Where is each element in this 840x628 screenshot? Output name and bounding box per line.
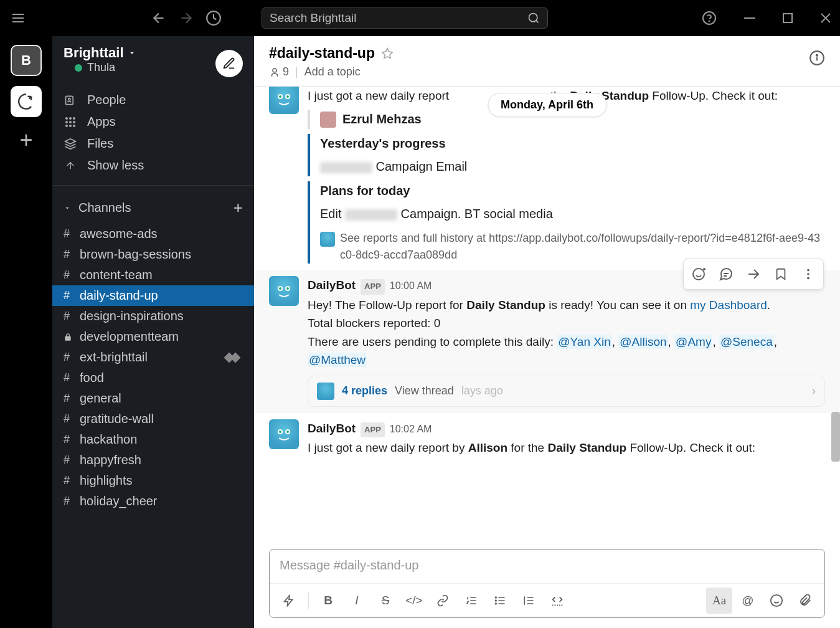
- mention[interactable]: @Amy: [674, 335, 712, 349]
- svg-rect-5: [783, 14, 792, 22]
- svg-point-35: [286, 431, 289, 433]
- workspace-secondary[interactable]: [11, 86, 42, 117]
- svg-point-15: [69, 125, 72, 127]
- search-input[interactable]: Search Brighttail: [262, 7, 548, 29]
- blockquote-button[interactable]: [516, 588, 542, 614]
- files-icon: [64, 138, 77, 150]
- avatar: [269, 276, 299, 306]
- svg-point-37: [496, 600, 497, 601]
- channel-brown-bag-sessions[interactable]: #brown-bag-sessions: [52, 244, 254, 265]
- attachment: Yesterday's progress Campaign Email: [308, 134, 825, 176]
- svg-point-9: [69, 117, 72, 120]
- help-button[interactable]: [702, 11, 717, 26]
- formatting-toggle-button[interactable]: Aa: [706, 588, 732, 614]
- hash-icon: #: [64, 474, 73, 487]
- channel-design-inspirations[interactable]: #design-inspirations: [52, 306, 254, 326]
- window-close-button[interactable]: [820, 12, 831, 24]
- caret-down-icon: [64, 204, 71, 212]
- svg-point-24: [693, 269, 704, 280]
- sidebar-item-show-less[interactable]: Show less: [52, 155, 254, 176]
- avatar: [269, 419, 299, 449]
- channel-developmentteam[interactable]: developmentteam: [52, 326, 254, 347]
- hamburger-menu[interactable]: [9, 10, 27, 26]
- star-icon[interactable]: [381, 47, 394, 60]
- message-author[interactable]: DailyBot: [308, 276, 356, 294]
- hash-icon: #: [64, 371, 73, 384]
- redacted-text: [320, 162, 372, 173]
- svg-point-11: [65, 121, 68, 123]
- bookmark-button[interactable]: [768, 262, 793, 287]
- message-list[interactable]: Monday, April 6th I just got a new daily…: [254, 87, 840, 549]
- channel-hackathon[interactable]: #hackathon: [52, 429, 254, 450]
- channel-details-button[interactable]: [809, 50, 825, 66]
- channel-gratitude-wall[interactable]: #gratitude-wall: [52, 409, 254, 429]
- channel-highlights[interactable]: #highlights: [52, 470, 254, 491]
- hash-icon: #: [64, 227, 73, 240]
- shortcuts-button[interactable]: [276, 588, 302, 614]
- mention[interactable]: @Allison: [618, 335, 668, 349]
- sidebar-item-apps[interactable]: Apps: [52, 111, 254, 133]
- mention[interactable]: @Yan Xin: [557, 335, 611, 349]
- avatar: [269, 87, 299, 114]
- channel-content-team[interactable]: #content-team: [52, 265, 254, 285]
- message: DailyBot APP 10:02 AM I just got a new d…: [254, 413, 840, 464]
- workspace-name[interactable]: Brighttail: [64, 45, 136, 61]
- channel-daily-stand-up[interactable]: #daily-stand-up: [52, 285, 254, 306]
- svg-point-23: [286, 95, 289, 98]
- ordered-list-button[interactable]: [458, 588, 484, 614]
- strikethrough-button[interactable]: S: [372, 588, 399, 614]
- scrollbar[interactable]: [831, 412, 840, 462]
- channel-general[interactable]: #general: [52, 388, 254, 409]
- bold-button[interactable]: B: [315, 588, 341, 614]
- share-button[interactable]: [741, 262, 766, 287]
- message-author[interactable]: DailyBot: [308, 419, 356, 437]
- sidebar-item-files[interactable]: Files: [52, 133, 254, 155]
- hash-icon: #: [64, 433, 73, 446]
- thread-button[interactable]: [714, 262, 739, 287]
- channel-ext-brighttail[interactable]: #ext-brighttail: [52, 347, 254, 368]
- workspace-rail: B +: [0, 36, 52, 628]
- date-divider[interactable]: Monday, April 6th: [488, 93, 606, 117]
- attach-button[interactable]: [792, 588, 818, 614]
- dashboard-link[interactable]: my Dashboard: [690, 298, 767, 312]
- message-timestamp: 10:00 AM: [390, 278, 432, 294]
- attachment: Plans for today Edit Campaign. BT social…: [308, 181, 825, 264]
- sidebar-item-people[interactable]: People: [52, 89, 254, 111]
- channel-name[interactable]: #daily-stand-up: [269, 45, 375, 62]
- window-maximize-button[interactable]: [783, 13, 793, 23]
- more-actions-button[interactable]: [796, 262, 821, 287]
- compose-button[interactable]: [215, 50, 243, 77]
- workspace-brighttail[interactable]: B: [11, 45, 42, 76]
- add-workspace-button[interactable]: +: [19, 127, 32, 153]
- code-button[interactable]: </>: [401, 588, 427, 614]
- message-timestamp: 10:02 AM: [390, 422, 432, 437]
- mention-button[interactable]: @: [735, 588, 761, 614]
- channel-awesome-ads[interactable]: #awesome-ads: [52, 224, 254, 244]
- history-forward-button[interactable]: [178, 10, 194, 26]
- user-status[interactable]: Thula: [64, 61, 136, 82]
- emoji-button[interactable]: [763, 588, 790, 614]
- bullet-list-button[interactable]: [487, 588, 513, 614]
- channel-food[interactable]: #food: [52, 368, 254, 388]
- search-placeholder: Search Brighttail: [270, 11, 527, 25]
- history-button[interactable]: [205, 10, 222, 26]
- react-button[interactable]: [686, 262, 711, 287]
- add-topic-button[interactable]: Add a topic: [304, 65, 361, 78]
- add-channel-button[interactable]: +: [234, 198, 243, 217]
- window-minimize-button[interactable]: [744, 12, 755, 24]
- code-block-button[interactable]: [544, 588, 570, 614]
- channel-holiday_cheer[interactable]: #holiday_cheer: [52, 491, 254, 511]
- link-button[interactable]: [430, 588, 456, 614]
- mention[interactable]: @Seneca: [719, 335, 774, 349]
- mention[interactable]: @Matthew: [308, 353, 367, 367]
- italic-button[interactable]: I: [344, 588, 370, 614]
- hash-icon: #: [64, 289, 73, 302]
- channel-header: #daily-stand-up 9 | Add a topic: [254, 36, 840, 87]
- svg-point-34: [279, 431, 281, 433]
- thread-summary[interactable]: 4 replies View thread lays ago ›: [308, 376, 825, 407]
- members-icon[interactable]: 9: [269, 65, 289, 78]
- history-back-button[interactable]: [151, 10, 167, 26]
- channel-happyfresh[interactable]: #happyfresh: [52, 450, 254, 470]
- channels-section-header[interactable]: Channels +: [52, 192, 254, 224]
- message-input[interactable]: Message #daily-stand-up: [270, 550, 824, 583]
